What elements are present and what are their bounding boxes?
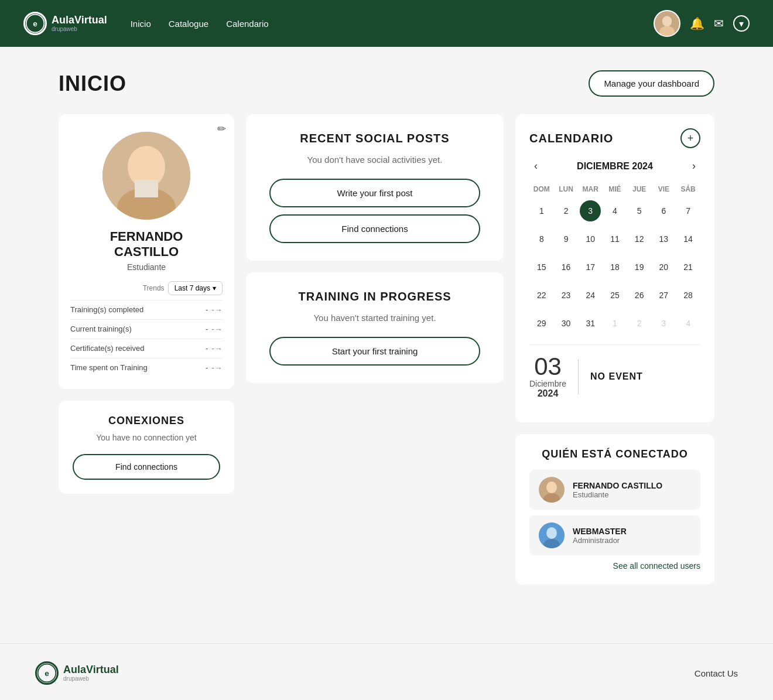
manage-dashboard-button[interactable]: Manage your dashboard bbox=[589, 70, 714, 97]
right-column: CALENDARIO + ‹ DICIEMBRE 2024 › DOM LUN … bbox=[515, 114, 714, 585]
calendar-day[interactable]: 1 bbox=[529, 197, 554, 225]
footer-logo: e AulaVirtual drupaweb bbox=[35, 661, 119, 685]
connections-title: CONEXIONES bbox=[73, 415, 220, 427]
calendar-day[interactable]: 28 bbox=[676, 281, 700, 309]
nav-catalogue[interactable]: Catalogue bbox=[169, 19, 208, 29]
day-header-jue: JUE bbox=[627, 182, 652, 197]
calendar-next-button[interactable]: › bbox=[688, 158, 700, 175]
calendar-day[interactable]: 29 bbox=[529, 309, 554, 337]
svg-text:e: e bbox=[33, 19, 37, 28]
notification-icon[interactable]: 🔔 bbox=[690, 16, 704, 30]
calendar-day[interactable]: 12 bbox=[627, 225, 652, 253]
event-month: Diciembre bbox=[529, 379, 566, 388]
calendar-day[interactable]: 24 bbox=[578, 281, 603, 309]
middle-column: RECENT SOCIAL POSTS You don't have socia… bbox=[246, 114, 504, 585]
chevron-down-icon: ▾ bbox=[739, 18, 744, 29]
training-empty: You haven't started training yet. bbox=[269, 313, 480, 323]
logo: e AulaVirtual drupaweb bbox=[23, 12, 107, 35]
calendar-day[interactable]: 21 bbox=[676, 253, 700, 281]
header-right: 🔔 ✉ ▾ bbox=[654, 10, 750, 37]
calendar-day[interactable]: 20 bbox=[652, 253, 676, 281]
logo-sub: drupaweb bbox=[52, 26, 107, 32]
svg-point-13 bbox=[546, 527, 557, 539]
training-title: TRAINING IN PROGRESS bbox=[269, 290, 480, 303]
calendar-day[interactable]: 4 bbox=[676, 309, 700, 337]
svg-text:e: e bbox=[45, 669, 49, 678]
trends-header: Trends Last 7 days ▾ bbox=[70, 281, 223, 295]
calendar-day[interactable]: 5 bbox=[627, 197, 652, 225]
event-date: 03 Diciembre 2024 bbox=[529, 354, 566, 399]
find-connections-button[interactable]: Find connections bbox=[73, 454, 220, 480]
calendar-day[interactable]: 1 bbox=[603, 309, 627, 337]
calendar-day[interactable]: 22 bbox=[529, 281, 554, 309]
event-year: 2024 bbox=[529, 388, 566, 399]
calendar-event: 03 Diciembre 2024 NO EVENT bbox=[529, 344, 700, 408]
calendar-day[interactable]: 16 bbox=[554, 253, 579, 281]
calendar-day[interactable]: 27 bbox=[652, 281, 676, 309]
day-header-sab: SÁB bbox=[676, 182, 700, 197]
social-empty: You don't have social activities yet. bbox=[269, 155, 480, 165]
calendar-day[interactable]: 9 bbox=[554, 225, 579, 253]
calendar-day[interactable]: 6 bbox=[652, 197, 676, 225]
chevron-down-icon: ▾ bbox=[213, 284, 216, 292]
calendar-grid: DOM LUN MAR MIÉ JUE VIE SÁB 123456789101… bbox=[529, 182, 700, 337]
add-calendar-event-button[interactable]: + bbox=[680, 128, 700, 148]
calendar-day[interactable]: 14 bbox=[676, 225, 700, 253]
calendar-day[interactable]: 2 bbox=[554, 197, 579, 225]
day-header-mar: MAR bbox=[578, 182, 603, 197]
arrow-icon: -→ bbox=[211, 344, 223, 353]
calendar-day[interactable]: 7 bbox=[676, 197, 700, 225]
calendar-day[interactable]: 19 bbox=[627, 253, 652, 281]
arrow-icon: -→ bbox=[211, 305, 223, 315]
trends-dropdown[interactable]: Last 7 days ▾ bbox=[168, 281, 223, 295]
event-divider bbox=[578, 359, 579, 394]
stat-label: Time spent on Training bbox=[70, 363, 148, 372]
stat-value: - -→ bbox=[206, 363, 223, 373]
user-avatar-fernando bbox=[539, 477, 565, 503]
calendar-day[interactable]: 3 bbox=[652, 309, 676, 337]
training-card: TRAINING IN PROGRESS You haven't started… bbox=[246, 272, 504, 383]
stat-row-3: Time spent on Training - -→ bbox=[70, 358, 223, 377]
edit-profile-icon[interactable]: ✏ bbox=[217, 122, 226, 135]
calendar-days-header: DOM LUN MAR MIÉ JUE VIE SÁB bbox=[529, 182, 700, 197]
logo-brand: AulaVirtual bbox=[52, 15, 107, 26]
footer-contact-link[interactable]: Contact Us bbox=[695, 668, 738, 678]
calendar-prev-button[interactable]: ‹ bbox=[529, 158, 542, 175]
user-menu-button[interactable]: ▾ bbox=[733, 15, 750, 32]
calendar-day[interactable]: 31 bbox=[578, 309, 603, 337]
find-connections-social-button[interactable]: Find connections bbox=[269, 214, 480, 243]
nav-inicio[interactable]: Inicio bbox=[131, 19, 151, 29]
calendar-day[interactable]: 26 bbox=[627, 281, 652, 309]
day-header-lun: LUN bbox=[554, 182, 579, 197]
avatar[interactable] bbox=[654, 10, 680, 37]
see-all-connected-link[interactable]: See all connected users bbox=[529, 561, 700, 571]
stat-label: Training(s) completed bbox=[70, 305, 143, 314]
calendar-day[interactable]: 17 bbox=[578, 253, 603, 281]
logo-text: AulaVirtual drupaweb bbox=[52, 15, 107, 33]
left-column: ✏ FERNANDO CASTILLO Estudiante bbox=[59, 114, 234, 585]
write-first-post-button[interactable]: Write your first post bbox=[269, 179, 480, 207]
calendar-title: CALENDARIO bbox=[529, 132, 613, 145]
calendar-day[interactable]: 18 bbox=[603, 253, 627, 281]
calendar-day[interactable]: 13 bbox=[652, 225, 676, 253]
profile-name: FERNANDO CASTILLO bbox=[70, 229, 223, 260]
calendar-day[interactable]: 15 bbox=[529, 253, 554, 281]
calendar-day[interactable]: 25 bbox=[603, 281, 627, 309]
calendar-day[interactable]: 30 bbox=[554, 309, 579, 337]
calendar-day[interactable]: 11 bbox=[603, 225, 627, 253]
arrow-icon: -→ bbox=[211, 363, 223, 373]
calendar-day[interactable]: 23 bbox=[554, 281, 579, 309]
connected-user-1: WEBMASTER Administrador bbox=[529, 515, 700, 555]
start-first-training-button[interactable]: Start your first training bbox=[269, 337, 480, 366]
calendar-day[interactable]: 3 bbox=[578, 197, 603, 225]
nav-calendario[interactable]: Calendario bbox=[226, 19, 269, 29]
mail-icon[interactable]: ✉ bbox=[714, 16, 724, 30]
profile-role: Estudiante bbox=[70, 262, 223, 272]
calendar-day[interactable]: 4 bbox=[603, 197, 627, 225]
stat-value: - -→ bbox=[206, 305, 223, 315]
stat-label: Certificate(s) received bbox=[70, 344, 144, 353]
content-grid: ✏ FERNANDO CASTILLO Estudiante bbox=[59, 114, 714, 585]
calendar-day[interactable]: 8 bbox=[529, 225, 554, 253]
calendar-day[interactable]: 10 bbox=[578, 225, 603, 253]
calendar-day[interactable]: 2 bbox=[627, 309, 652, 337]
